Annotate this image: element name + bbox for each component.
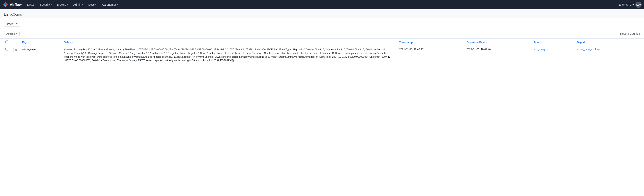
back-arrow-icon: ← — [23, 32, 26, 35]
table-container: Key ↕ Value ↕ Timestamp ↕ Execution Date… — [0, 39, 644, 68]
xcoms-table: Key ↕ Value ↕ Timestamp ↕ Execution Date… — [4, 39, 640, 64]
docs-caret-icon: ▾ — [95, 4, 96, 6]
task-id-link[interactable]: adx_query ▼ — [534, 48, 574, 51]
table-row: 🗑 return_value {'name': 'PrimaryResult',… — [4, 46, 640, 64]
navbar: Airflow DAGs Security ▾ Browse ▾ Admin ▾… — [0, 0, 644, 9]
user-menu[interactable]: AU ▾ — [636, 1, 642, 8]
page-title: List XComs — [4, 12, 640, 16]
actions-caret-icon: ▾ — [16, 32, 17, 35]
header-checkbox-col — [4, 39, 12, 46]
time-display[interactable]: 21:54 UTC ▾ — [618, 3, 634, 6]
security-caret-icon: ▾ — [50, 4, 52, 6]
record-count: Record Count: 8 — [620, 32, 640, 35]
row-value: {'name': 'PrimaryResult', 'kind': 'Prima… — [63, 46, 398, 64]
nav-browse[interactable]: Browse ▾ — [55, 2, 70, 7]
value-sort-icon: ↕ — [72, 41, 73, 43]
row-action-cell: 🗑 — [12, 46, 20, 64]
table-body: 🗑 return_value {'name': 'PrimaryResult',… — [4, 46, 640, 64]
table-header: Key ↕ Value ↕ Timestamp ↕ Execution Date… — [4, 39, 640, 46]
nav-dags[interactable]: DAGs — [25, 2, 37, 7]
header-task-id[interactable]: Task Id ↕ — [532, 39, 576, 46]
brand-name: Airflow — [10, 3, 22, 7]
header-action-col — [12, 39, 20, 46]
row-timestamp: 2021-01-05, 18:42:47 — [398, 46, 465, 64]
select-all-checkbox[interactable] — [6, 41, 8, 43]
taskid-sort-icon: ↕ — [543, 41, 544, 43]
execdate-sort-icon: ↕ — [486, 41, 487, 43]
back-button[interactable]: ← — [21, 31, 28, 36]
user-caret-icon: ▾ — [640, 4, 641, 6]
header-key[interactable]: Key ↕ — [20, 39, 63, 46]
row-checkbox[interactable] — [6, 48, 8, 50]
actions-button[interactable]: Actions ▾ — [4, 31, 20, 36]
page-container: List XComs Search ▾ Actions ▾ ← Record C… — [0, 9, 644, 196]
header-execution-date[interactable]: Execution Date ↕ — [465, 39, 532, 46]
trash-icon: 🗑 — [15, 49, 18, 51]
dagid-sort-icon: ↕ — [586, 41, 587, 43]
nav-astronomer[interactable]: Astronomer ▾ — [100, 2, 120, 7]
search-bar-container: Search ▾ — [0, 18, 644, 29]
filter-icon: ▼ — [546, 48, 548, 50]
navbar-right: 21:54 UTC ▾ AU ▾ — [618, 1, 642, 8]
brand-link[interactable]: Airflow — [2, 1, 22, 8]
header-dag-id[interactable]: Dag Id ↕ — [576, 39, 640, 46]
admin-caret-icon: ▾ — [82, 4, 83, 6]
search-button[interactable]: Search ▾ — [4, 21, 20, 26]
header-timestamp[interactable]: Timestamp ↕ — [398, 39, 465, 46]
row-task-id: adx_query ▼ — [532, 46, 576, 64]
dag-id-link[interactable]: azure_data_explorer — [577, 48, 600, 51]
toolbar: Actions ▾ ← Record Count: 8 — [0, 29, 644, 39]
time-caret-icon: ▾ — [632, 3, 634, 6]
astronomer-caret-icon: ▾ — [117, 4, 118, 6]
timestamp-sort-icon: ↕ — [414, 41, 415, 43]
row-execution-date: 2021-01-05, 18:42:44 — [465, 46, 532, 64]
row-dag-id: azure_data_explorer — [576, 46, 640, 64]
airflow-logo-icon — [2, 1, 8, 8]
nav-admin[interactable]: Admin ▾ — [71, 2, 86, 7]
delete-button[interactable]: 🗑 — [13, 48, 19, 52]
nav-docs[interactable]: Docs ▾ — [86, 2, 99, 7]
header-value[interactable]: Value ↕ — [63, 39, 398, 46]
browse-caret-icon: ▾ — [67, 4, 68, 6]
row-key: return_value — [20, 46, 63, 64]
key-sort-icon: ↕ — [28, 41, 29, 43]
nav-security[interactable]: Security ▾ — [38, 2, 54, 7]
page-header: List XComs — [0, 9, 644, 18]
search-caret-icon: ▾ — [16, 22, 18, 25]
row-checkbox-cell — [4, 46, 12, 64]
